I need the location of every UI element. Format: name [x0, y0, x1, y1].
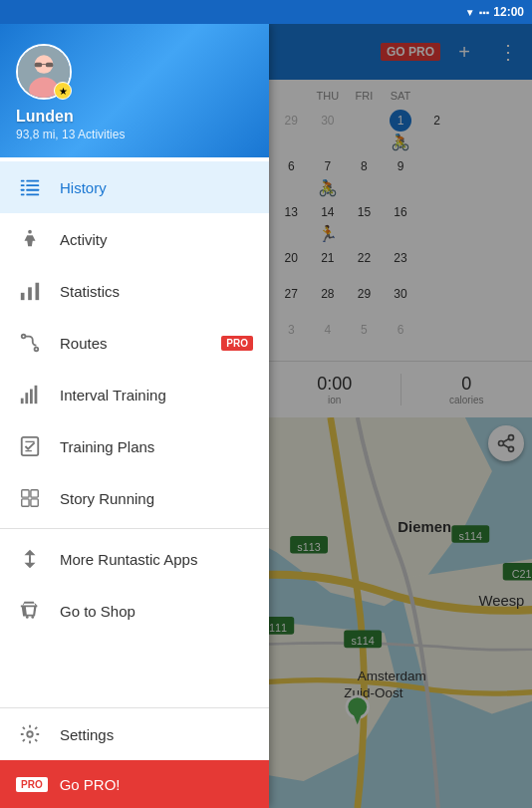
svg-rect-28: [31, 490, 38, 497]
battery-icon: ▪▪▪: [479, 7, 490, 18]
nav-divider-1: [0, 528, 269, 529]
svg-rect-3: [35, 63, 42, 68]
svg-point-18: [22, 335, 26, 339]
svg-rect-13: [26, 193, 39, 195]
sidebar-item-history[interactable]: History: [0, 161, 269, 213]
wifi-icon: ▼: [465, 7, 475, 18]
settings-label: Settings: [60, 726, 253, 743]
routes-pro-badge: PRO: [221, 336, 253, 351]
history-icon: [16, 173, 44, 201]
star-badge: ★: [54, 82, 72, 100]
sidebar-item-shop[interactable]: Go to Shop: [0, 585, 269, 637]
svg-rect-23: [35, 386, 38, 404]
status-bar: ▼ ▪▪▪ 12:00: [0, 0, 532, 24]
svg-rect-30: [31, 499, 38, 506]
more-apps-label: More Runtastic Apps: [60, 551, 253, 568]
more-apps-icon: [16, 545, 44, 573]
routes-label: Routes: [60, 335, 221, 352]
svg-point-19: [35, 348, 39, 352]
svg-rect-21: [25, 393, 28, 404]
nav-list: History Activity: [0, 157, 269, 707]
sidebar-item-settings[interactable]: Settings: [0, 708, 269, 760]
sidebar-item-training-plans[interactable]: Training Plans: [0, 420, 269, 472]
profile-header: ★ Lunden 93,8 mi, 13 Activities: [0, 24, 269, 157]
status-time: 12:00: [493, 5, 524, 19]
svg-rect-17: [36, 283, 40, 300]
svg-rect-9: [26, 184, 39, 186]
svg-rect-29: [22, 499, 29, 506]
sidebar-item-activity[interactable]: Activity: [0, 213, 269, 265]
profile-name: Lunden: [16, 108, 253, 126]
nav-bottom: Settings PRO Go PRO!: [0, 707, 269, 808]
routes-icon: [16, 329, 44, 357]
sidebar-item-story-running[interactable]: Story Running: [0, 472, 269, 524]
shop-icon: [16, 597, 44, 625]
story-running-icon: [16, 484, 44, 512]
statistics-label: Statistics: [60, 283, 253, 300]
go-pro-bar[interactable]: PRO Go PRO!: [0, 760, 269, 808]
settings-icon: [16, 720, 44, 748]
svg-point-31: [26, 616, 29, 619]
svg-point-33: [27, 731, 33, 737]
avatar-wrap: ★: [16, 44, 72, 100]
svg-rect-15: [21, 293, 25, 300]
svg-rect-22: [30, 390, 33, 404]
svg-rect-8: [21, 184, 25, 186]
svg-rect-4: [46, 63, 53, 68]
svg-rect-7: [26, 180, 39, 182]
svg-rect-20: [21, 399, 24, 404]
sidebar-item-interval-training[interactable]: Interval Training: [0, 369, 269, 420]
shop-label: Go to Shop: [60, 603, 253, 620]
activity-label: Activity: [60, 231, 253, 248]
svg-rect-12: [21, 193, 25, 195]
sidebar-item-more-apps[interactable]: More Runtastic Apps: [0, 533, 269, 585]
profile-stats: 93,8 mi, 13 Activities: [16, 128, 253, 141]
go-pro-badge: PRO: [16, 777, 48, 792]
statistics-icon: [16, 277, 44, 305]
svg-rect-16: [28, 287, 32, 300]
drawer: ★ Lunden 93,8 mi, 13 Activities: [0, 24, 269, 808]
svg-point-32: [31, 616, 34, 619]
training-plans-label: Training Plans: [60, 438, 253, 455]
svg-point-14: [28, 230, 32, 234]
training-plans-icon: [16, 432, 44, 460]
history-label: History: [60, 179, 253, 196]
sidebar-item-statistics[interactable]: Statistics: [0, 265, 269, 317]
activity-icon: [16, 225, 44, 253]
sidebar-item-routes[interactable]: Routes PRO: [0, 317, 269, 369]
svg-rect-11: [26, 189, 39, 191]
interval-training-label: Interval Training: [60, 387, 253, 404]
interval-training-icon: [16, 381, 44, 408]
svg-rect-27: [22, 490, 29, 497]
svg-rect-6: [21, 180, 25, 182]
go-pro-label: Go PRO!: [60, 776, 121, 793]
story-running-label: Story Running: [60, 490, 253, 507]
svg-rect-10: [21, 189, 25, 191]
